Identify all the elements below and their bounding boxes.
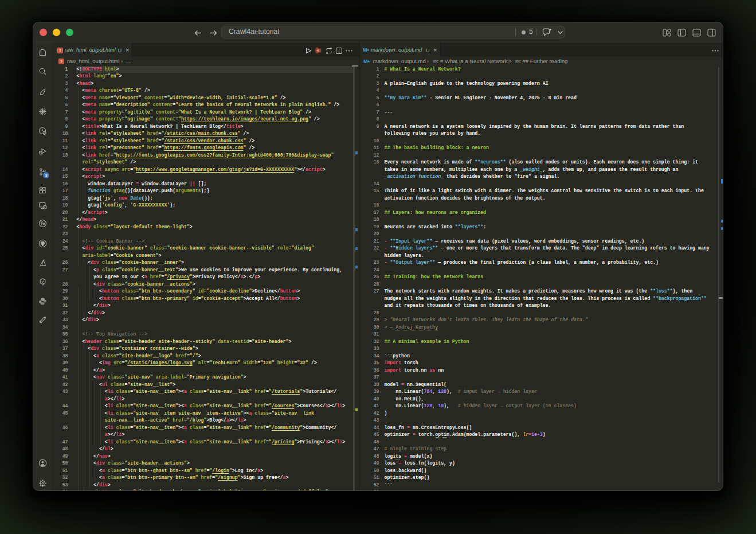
svg-text:5: 5: [59, 48, 61, 52]
svg-text:5: 5: [60, 59, 62, 63]
svg-text:M: M: [363, 47, 367, 53]
svg-text:M: M: [363, 59, 368, 64]
